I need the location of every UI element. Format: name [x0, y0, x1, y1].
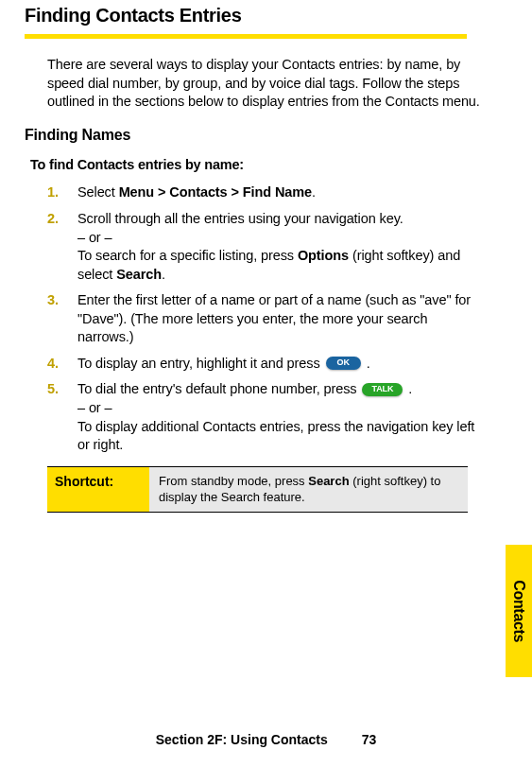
step-text: To display additional Contacts entries, …	[77, 419, 474, 453]
sub-heading: Finding Names	[25, 125, 487, 146]
step-number: 1.	[47, 183, 59, 202]
step-4: 4. To display an entry, highlight it and…	[47, 355, 487, 374]
instruction-heading: To find Contacts entries by name:	[30, 155, 487, 174]
page-title: Finding Contacts Entries	[25, 0, 487, 28]
step-text: .	[363, 356, 370, 371]
page-footer: Section 2F: Using Contacts 73	[0, 731, 532, 750]
step-number: 2.	[47, 210, 59, 229]
footer-section: Section 2F: Using Contacts	[156, 732, 328, 747]
step-text: Enter the first letter of a name or part…	[77, 292, 471, 344]
step-2: 2. Scroll through all the entries using …	[47, 210, 487, 284]
intro-paragraph: There are several ways to display your C…	[47, 56, 487, 112]
shortcut-label: Shortcut:	[47, 467, 149, 512]
step-text: Select	[77, 184, 119, 200]
step-text: .	[312, 184, 316, 200]
search-label: Search	[116, 267, 162, 282]
ok-key-icon: OK	[326, 357, 361, 370]
talk-key-icon: TALK	[362, 383, 403, 396]
options-label: Options	[298, 248, 349, 263]
section-tab: Contacts	[506, 545, 532, 677]
step-number: 4.	[47, 355, 59, 374]
footer-page-number: 73	[362, 732, 377, 747]
step-1: 1. Select Menu > Contacts > Find Name.	[47, 183, 487, 202]
step-text: To display an entry, highlight it and pr…	[77, 356, 324, 371]
step-number: 3.	[47, 291, 59, 310]
step-text: To dial the entry's default phone number…	[77, 381, 360, 396]
step-number: 5.	[47, 380, 59, 399]
step-3: 3. Enter the first letter of a name or p…	[47, 291, 487, 347]
step-text: To search for a specific listing, press	[77, 248, 298, 263]
or-separator: – or –	[77, 399, 487, 418]
step-text: .	[162, 267, 165, 282]
shortcut-bold: Search	[308, 474, 349, 488]
step-text: .	[404, 381, 412, 396]
or-separator: – or –	[77, 229, 487, 248]
menu-path: Menu > Contacts > Find Name	[119, 184, 312, 200]
step-text: Scroll through all the entries using you…	[77, 211, 403, 226]
steps-list: 1. Select Menu > Contacts > Find Name. 2…	[47, 183, 487, 454]
section-tab-label: Contacts	[508, 580, 529, 642]
title-rule	[25, 34, 467, 39]
shortcut-text-a: From standby mode, press	[159, 474, 308, 488]
shortcut-text: From standby mode, press Search (right s…	[149, 467, 468, 512]
step-5: 5. To dial the entry's default phone num…	[47, 380, 487, 454]
shortcut-box: Shortcut: From standby mode, press Searc…	[47, 466, 468, 513]
